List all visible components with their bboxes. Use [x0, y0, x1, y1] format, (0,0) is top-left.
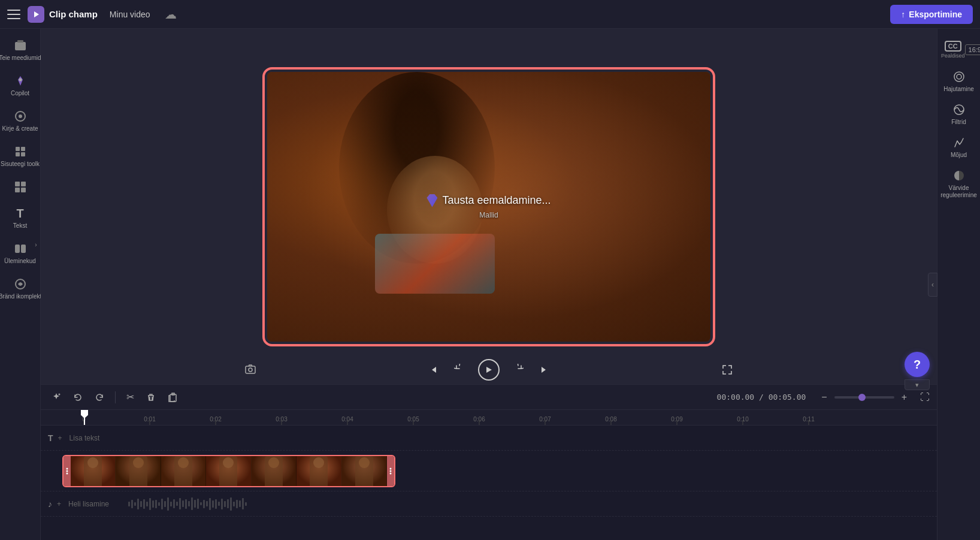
- frame-person-1: [84, 456, 102, 486]
- color-icon: [952, 168, 966, 183]
- cc-icon: CC: [945, 41, 961, 52]
- timeline-expand-button[interactable]: ⛶: [920, 392, 930, 403]
- play-button[interactable]: [478, 359, 500, 381]
- video-preview[interactable]: Tausta eemaldamine... Mallid: [267, 72, 710, 342]
- wave-bar: [212, 500, 214, 508]
- overlay-sub-text: Mallid: [479, 211, 498, 219]
- frame-person-3: [174, 456, 192, 486]
- zoom-track[interactable]: [834, 396, 894, 399]
- wave-bar: [164, 501, 166, 507]
- help-button[interactable]: ?: [905, 352, 930, 377]
- overlay-inner: Tausta eemaldamine...: [427, 194, 551, 207]
- ruler-line-10: [743, 420, 743, 425]
- clip-handle-right[interactable]: [387, 456, 394, 486]
- right-tool-filter[interactable]: Filtrid: [940, 98, 978, 131]
- sidebar-item-copilot[interactable]: Copilot: [2, 69, 38, 102]
- mute-icon: [952, 70, 966, 84]
- ruler-line-5: [413, 420, 414, 425]
- cut-button[interactable]: ✂: [123, 389, 138, 405]
- wave-bar: [194, 500, 196, 508]
- wave-bar: [239, 500, 241, 507]
- timeline-zoom: − +: [818, 390, 911, 405]
- undo-button[interactable]: [69, 390, 86, 405]
- zoom-out-button[interactable]: −: [818, 390, 830, 405]
- redo-button[interactable]: [91, 390, 108, 405]
- wave-bar: [173, 499, 175, 508]
- right-sidebar-collapse[interactable]: ‹: [928, 273, 937, 297]
- text-track-add-label[interactable]: Lisa tekst: [69, 434, 100, 442]
- transitions-label: Üleminekud: [4, 258, 36, 265]
- video-clip-strip[interactable]: [62, 455, 395, 487]
- cc-button[interactable]: CC Pealdised: [941, 41, 965, 59]
- wave-bar: [137, 499, 139, 509]
- svg-rect-16: [21, 245, 26, 253]
- fullscreen-button[interactable]: [719, 361, 736, 378]
- right-tool-color[interactable]: Värvide reguleerimine: [940, 164, 978, 204]
- aspect-ratio-button[interactable]: 16:9: [965, 44, 980, 55]
- svg-rect-15: [15, 245, 20, 253]
- svg-point-28: [954, 72, 964, 82]
- topbar-left: Clip champ Minu video ☁: [7, 6, 177, 23]
- playhead[interactable]: [84, 410, 85, 425]
- skip-button[interactable]: [536, 361, 552, 378]
- audio-track-plus: +: [57, 500, 61, 508]
- content-label: Sisuteegi toolk: [1, 161, 40, 168]
- clip-frames: [71, 456, 387, 486]
- collapse-down-button[interactable]: ▾: [905, 379, 930, 390]
- right-tool-effects[interactable]: Mõjud: [940, 131, 978, 164]
- forward5-button[interactable]: [509, 361, 526, 378]
- wave-bar: [224, 501, 226, 507]
- svg-point-23: [66, 470, 68, 472]
- audio-track-row: ♪ + Heli lisamine: [41, 491, 937, 517]
- sidebar-item-text[interactable]: T Tekst: [2, 201, 38, 234]
- wave-bar: [140, 501, 142, 507]
- zoom-thumb[interactable]: [858, 394, 866, 401]
- export-button[interactable]: ↑ Eksportimine: [890, 5, 973, 24]
- clip-frame-7: [342, 456, 387, 486]
- sidebar-item-create[interactable]: Kirje & create: [2, 104, 38, 137]
- wave-bar: [158, 502, 160, 506]
- copilot-icon: [13, 74, 28, 88]
- menu-button[interactable]: [7, 8, 20, 21]
- wave-bar: [128, 502, 130, 506]
- screenshot-button[interactable]: [242, 361, 259, 378]
- right-tool-mute[interactable]: Hajutamine: [940, 65, 978, 98]
- wave-bar: [182, 500, 184, 507]
- audio-track-add-label[interactable]: Heli lisamine: [68, 500, 109, 508]
- video-preview-container: Tausta eemaldamine... Mallid: [267, 72, 710, 342]
- app-name: Clip champ: [49, 9, 98, 19]
- clip-handle-left[interactable]: [63, 456, 71, 486]
- delete-button[interactable]: [143, 390, 159, 405]
- nav-my-video[interactable]: Minu video: [105, 7, 155, 22]
- sidebar-item-transitions[interactable]: Üleminekud ›: [2, 237, 38, 270]
- timeline-toolbar: ✂ 00:00.00 / 00:05.00: [41, 385, 937, 410]
- rewind-button[interactable]: [425, 361, 442, 378]
- sidebar-item-templates[interactable]: [2, 175, 38, 199]
- wave-bar: [230, 497, 232, 511]
- svg-point-29: [957, 74, 961, 79]
- wave-bar: [170, 502, 172, 506]
- wave-bar: [134, 502, 136, 506]
- svg-rect-14: [21, 188, 26, 192]
- clipboard-button[interactable]: [164, 390, 181, 405]
- svg-rect-12: [21, 182, 26, 186]
- mute-label: Hajutamine: [943, 86, 974, 93]
- ruler-line-11: [809, 420, 809, 425]
- magic-button[interactable]: [48, 390, 65, 405]
- create-label: Kirje & create: [2, 125, 38, 132]
- left-sidebar: Teie meediumid Copilot Kirje & create: [0, 29, 41, 540]
- copilot-label: Copilot: [11, 90, 29, 97]
- svg-rect-8: [21, 147, 25, 151]
- wave-bar: [233, 502, 235, 506]
- zoom-in-button[interactable]: +: [898, 390, 911, 405]
- sidebar-item-brand[interactable]: Bränd ikomplekt: [2, 272, 38, 305]
- timeline-area: ✂ 00:00.00 / 00:05.00: [41, 384, 937, 540]
- clip-frame-4: [206, 456, 251, 486]
- back5-button[interactable]: [452, 361, 468, 378]
- sidebar-item-content[interactable]: Sisuteegi toolk: [2, 140, 38, 173]
- wave-bar: [227, 499, 229, 508]
- video-track-row: [41, 451, 937, 491]
- clip-frame-6: [297, 456, 341, 486]
- frame-person-2: [129, 456, 147, 486]
- sidebar-item-media[interactable]: Teie meediumid: [2, 34, 38, 67]
